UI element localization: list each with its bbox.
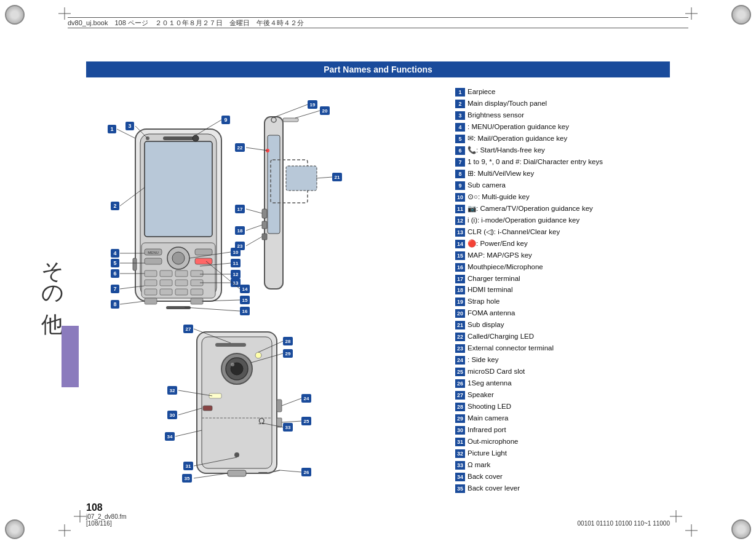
list-item: 21Sub display xyxy=(455,319,670,331)
list-item: 24: Side key xyxy=(455,354,670,366)
svg-rect-35 xyxy=(191,298,203,304)
part-number: 3 xyxy=(455,111,465,120)
part-label: ✉: Mail/Operation guidance key xyxy=(468,133,567,144)
svg-text:1: 1 xyxy=(110,126,113,132)
part-number: 1 xyxy=(455,88,465,97)
svg-line-114 xyxy=(246,237,262,246)
part-number: 14 xyxy=(455,240,465,248)
list-item: 31Out-microphone xyxy=(455,436,670,447)
svg-rect-130 xyxy=(277,400,282,412)
part-number: 35 xyxy=(455,484,465,493)
svg-text:20: 20 xyxy=(322,108,328,114)
svg-text:27: 27 xyxy=(186,326,191,332)
part-number: 33 xyxy=(455,461,465,470)
svg-point-12 xyxy=(193,135,199,141)
part-number: 25 xyxy=(455,368,465,376)
svg-line-38 xyxy=(117,129,135,138)
svg-text:4: 4 xyxy=(113,250,116,256)
part-number: 19 xyxy=(455,298,465,306)
part-number: 23 xyxy=(455,344,465,353)
svg-line-96 xyxy=(246,209,262,213)
list-item: 22Called/Charging LED xyxy=(455,331,670,342)
crosshair-bl xyxy=(58,524,71,537)
svg-rect-33 xyxy=(191,289,203,295)
phone-diagram-area: MENU xyxy=(86,80,443,507)
svg-text:28: 28 xyxy=(285,339,291,344)
part-label: Mouthpiece/Microphone xyxy=(468,261,543,273)
list-item: 8⊞: Multi/VeilView key xyxy=(455,168,670,179)
part-number: 9 xyxy=(455,181,465,190)
svg-text:17: 17 xyxy=(237,207,243,212)
svg-line-108 xyxy=(316,177,332,178)
svg-rect-21 xyxy=(195,258,212,264)
part-number: 2 xyxy=(455,100,465,108)
part-number: 24 xyxy=(455,356,465,365)
svg-point-16 xyxy=(172,252,185,264)
part-label: 📷: Camera/TV/Operation guidance key xyxy=(468,203,593,215)
svg-rect-125 xyxy=(203,406,212,411)
svg-text:35: 35 xyxy=(185,476,190,481)
svg-text:5: 5 xyxy=(113,260,116,266)
svg-line-168 xyxy=(194,473,228,478)
part-number: 16 xyxy=(455,263,465,272)
svg-rect-95 xyxy=(262,234,267,240)
part-label: i (i): i-mode/Operation guidance key xyxy=(468,215,579,226)
svg-point-123 xyxy=(255,352,261,358)
svg-rect-28 xyxy=(175,280,188,286)
header-bar: dv80_uj.book 108 ページ ２０１０年８月２７日 金曜日 午後４時… xyxy=(68,17,688,28)
list-item: 25microSD Card slot xyxy=(455,366,670,377)
part-label: : Side key xyxy=(468,354,499,366)
part-number: 4 xyxy=(455,123,465,132)
footer-right: 00101 01110 10100 110~1 11000 xyxy=(578,520,670,527)
svg-rect-23 xyxy=(160,270,172,277)
svg-rect-93 xyxy=(286,166,317,191)
svg-rect-22 xyxy=(145,270,157,277)
main-content: MENU xyxy=(86,80,670,507)
list-item: 35Back cover lever xyxy=(455,483,670,494)
list-item: 3Brightness sensor xyxy=(455,109,670,121)
part-label: ⊙○: Multi-guide key xyxy=(468,191,530,203)
part-label: Speaker xyxy=(468,389,494,401)
list-item: 34Back cover xyxy=(455,471,670,483)
part-label: Brightness sensor xyxy=(468,109,524,121)
part-label: Picture Light xyxy=(468,447,507,459)
corner-mark-tl xyxy=(5,5,25,25)
part-label: Main camera xyxy=(468,412,508,424)
part-label: ⊞: Multi/VeilView key xyxy=(468,168,534,179)
purple-tab xyxy=(62,326,79,387)
svg-text:33: 33 xyxy=(285,425,291,430)
svg-rect-20 xyxy=(145,258,162,264)
svg-text:19: 19 xyxy=(310,102,316,108)
part-number: 11 xyxy=(455,205,465,213)
header-text: dv80_uj.book 108 ページ ２０１０年８月２７日 金曜日 午後４時… xyxy=(68,18,304,28)
svg-text:22: 22 xyxy=(237,145,243,151)
part-number: 29 xyxy=(455,414,465,423)
list-item: 14🔴: Power/End key xyxy=(455,238,670,250)
part-label: Charger terminal xyxy=(468,273,520,285)
part-number: 15 xyxy=(455,251,465,260)
svg-line-135 xyxy=(282,398,301,406)
svg-point-122 xyxy=(231,363,234,366)
part-number: 31 xyxy=(455,438,465,446)
part-number: 7 xyxy=(455,158,465,167)
crosshair-bottom-r xyxy=(670,510,682,522)
list-item: 32Picture Light xyxy=(455,447,670,459)
svg-text:34: 34 xyxy=(167,434,173,440)
japanese-side-text: その他 xyxy=(37,246,67,296)
list-item: 11📷: Camera/TV/Operation guidance key xyxy=(455,203,670,215)
svg-rect-87 xyxy=(268,135,280,234)
list-item: 20FOMA antenna xyxy=(455,307,670,319)
part-number: 22 xyxy=(455,333,465,341)
part-label: Infrared port xyxy=(468,424,506,436)
part-number: 10 xyxy=(455,193,465,202)
list-item: 29Main camera xyxy=(455,412,670,424)
svg-rect-89 xyxy=(262,209,267,218)
corner-mark-tr xyxy=(731,5,751,25)
svg-rect-25 xyxy=(191,270,203,277)
part-label: External connector terminal xyxy=(468,342,554,354)
svg-text:15: 15 xyxy=(242,298,248,303)
part-label: Sub camera xyxy=(468,179,506,191)
list-item: 27Speaker xyxy=(455,389,670,401)
corner-mark-br xyxy=(731,519,751,539)
corner-mark-bl xyxy=(5,519,25,539)
